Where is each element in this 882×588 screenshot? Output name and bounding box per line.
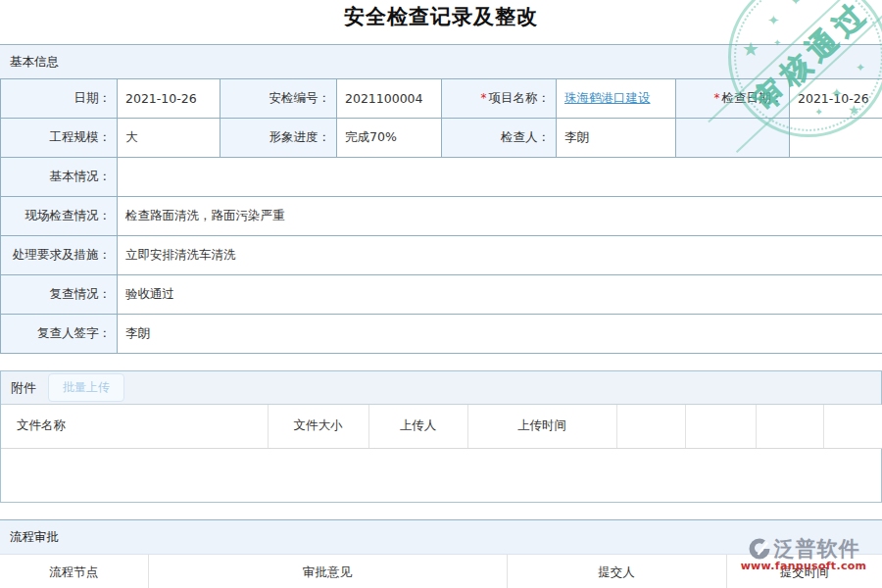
field-label: 形象进度： (270, 129, 331, 144)
attachments-header-row: 文件名称 文件大小 上传人 上传时间 (1, 405, 882, 448)
inspector-value: 李朗 (557, 119, 676, 158)
date-label: 日期： (1, 79, 118, 119)
project-scale-value: 大 (118, 119, 220, 158)
check-date-value: 2021-10-26 (790, 79, 882, 119)
table-row: 复查情况： 验收通过 (1, 275, 882, 315)
table-row: 基本情况： (1, 158, 882, 197)
measures-value: 立即安排清洗车清洗 (118, 236, 882, 275)
table-row: 现场检查情况： 检查路面清洗，路面污染严重 (1, 197, 882, 236)
field-label: 安检编号： (270, 90, 331, 105)
basic-situation-value (118, 158, 882, 197)
vendor-logo: 泛普软件 www.fanpusoft.com (729, 535, 878, 572)
inspection-no-label: 安检编号： (220, 79, 337, 119)
required-marker: * (714, 91, 720, 105)
project-name-value: 珠海鹤港口建设 (557, 79, 676, 119)
field-label: 检查日期： (722, 90, 784, 105)
fanpu-logo-icon (748, 537, 771, 561)
attachments-title: 附件 (11, 379, 36, 397)
field-label: 复查人签字： (37, 325, 111, 340)
inspector-label: 检查人： (442, 119, 557, 158)
table-row: 处理要求及措施： 立即安排清洗车清洗 (1, 236, 882, 275)
table-row: 工程规模： 大 形象进度： 完成70% 检查人： 李朗 (1, 119, 882, 158)
project-scale-label: 工程规模： (1, 119, 118, 158)
attachments-section: 附件 批量上传 文件名称 文件大小 上传人 上传时间 (0, 370, 882, 503)
col-empty (616, 405, 685, 448)
basic-info-title: 基本信息 (10, 54, 59, 71)
col-uploader: 上传人 (368, 405, 467, 448)
field-label: 工程规模： (50, 129, 112, 144)
required-marker: * (481, 91, 487, 105)
recheck-sign-label: 复查人签字： (1, 315, 118, 354)
project-name-label: *项目名称： (442, 79, 557, 119)
basic-info-section: 基本信息 日期： 2021-10-26 安检编号： 2021100004 *项目… (0, 44, 882, 354)
basic-info-section-header: 基本信息 (0, 44, 882, 78)
date-value: 2021-10-26 (118, 79, 220, 119)
basic-situation-label: 基本情况： (1, 158, 118, 197)
col-file-size: 文件大小 (268, 405, 368, 448)
site-check-label: 现场检查情况： (1, 197, 118, 236)
col-empty (823, 405, 882, 448)
table-row: 日期： 2021-10-26 安检编号： 2021100004 *项目名称： 珠… (1, 79, 882, 119)
basic-info-table: 日期： 2021-10-26 安检编号： 2021100004 *项目名称： 珠… (0, 78, 882, 354)
inspection-no-value: 2021100004 (337, 79, 442, 119)
col-file-name: 文件名称 (1, 405, 268, 448)
measures-label: 处理要求及措施： (1, 236, 118, 275)
attachments-header-bar: 附件 批量上传 (1, 371, 881, 405)
project-link[interactable]: 珠海鹤港口建设 (564, 90, 651, 105)
recheck-value: 验收通过 (118, 275, 882, 315)
vendor-brand-text: 泛普软件 (774, 535, 860, 563)
recheck-sign-value: 李朗 (118, 315, 882, 354)
col-empty (756, 405, 823, 448)
table-row: 复查人签字： 李朗 (1, 315, 882, 354)
field-label: 处理要求及措施： (13, 247, 111, 262)
field-label: 项目名称： (489, 90, 551, 105)
empty-value-cell (790, 119, 882, 158)
approval-title: 流程审批 (10, 529, 59, 546)
col-upload-time: 上传时间 (467, 405, 616, 448)
field-label: 日期： (74, 90, 112, 105)
vendor-url: www.fanpusoft.com (729, 560, 878, 572)
attachments-empty-body (1, 449, 881, 503)
empty-label-cell (676, 119, 790, 158)
check-date-label: *检查日期： (676, 79, 790, 119)
field-label: 现场检查情况： (25, 208, 112, 222)
col-approve-opinion: 审批意见 (148, 555, 507, 588)
progress-value: 完成70% (337, 119, 442, 158)
batch-upload-button[interactable]: 批量上传 (48, 373, 124, 402)
recheck-label: 复查情况： (1, 275, 118, 315)
field-label: 检查人： (501, 129, 550, 144)
progress-label: 形象进度： (220, 119, 337, 158)
col-empty (685, 405, 756, 448)
attachments-table: 文件名称 文件大小 上传人 上传时间 (1, 405, 882, 449)
field-label: 基本情况： (50, 169, 112, 183)
site-check-value: 检查路面清洗，路面污染严重 (118, 197, 882, 236)
field-label: 复查情况： (50, 286, 112, 301)
page-title: 安全检查记录及整改 (0, 0, 882, 44)
vendor-logo-row: 泛普软件 (729, 535, 878, 563)
col-submitter: 提交人 (507, 555, 726, 588)
col-flow-node: 流程节点 (0, 555, 148, 588)
